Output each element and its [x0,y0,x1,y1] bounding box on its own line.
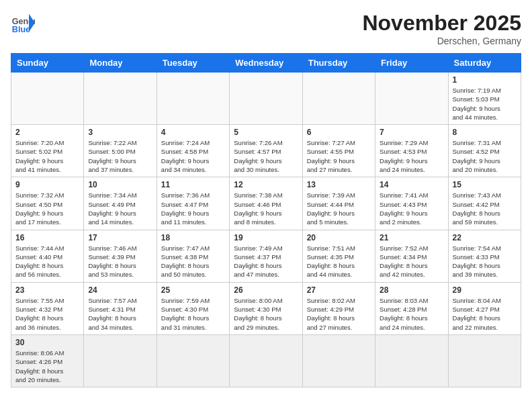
day-info: Sunrise: 7:27 AM Sunset: 4:55 PM Dayligh… [307,138,371,174]
weekday-header: Sunday [11,54,84,73]
day-number: 17 [88,233,152,242]
weekday-header: Saturday [448,54,521,73]
weekday-header: Tuesday [157,54,229,73]
calendar: SundayMondayTuesdayWednesdayThursdayFrid… [11,53,521,387]
day-number: 1 [453,75,517,85]
calendar-row: 16Sunrise: 7:44 AM Sunset: 4:40 PM Dayli… [11,230,521,282]
day-info: Sunrise: 7:34 AM Sunset: 4:49 PM Dayligh… [88,191,152,226]
day-number: 29 [453,285,517,295]
svg-text:Blue: Blue [12,25,30,34]
day-number: 13 [307,180,371,189]
calendar-cell: 27Sunrise: 8:02 AM Sunset: 4:29 PM Dayli… [302,282,375,334]
calendar-cell: 7Sunrise: 7:29 AM Sunset: 4:53 PM Daylig… [375,125,448,177]
calendar-cell [84,73,157,125]
calendar-cell: 18Sunrise: 7:47 AM Sunset: 4:38 PM Dayli… [157,230,229,282]
calendar-cell: 2Sunrise: 7:20 AM Sunset: 5:02 PM Daylig… [11,125,84,177]
day-number: 10 [88,180,152,189]
day-number: 30 [15,338,79,347]
calendar-cell: 9Sunrise: 7:32 AM Sunset: 4:50 PM Daylig… [11,177,84,230]
day-info: Sunrise: 7:59 AM Sunset: 4:30 PM Dayligh… [161,296,225,332]
day-number: 2 [15,128,79,137]
header: General Blue November 2025 Derschen, Ger… [11,11,521,46]
day-info: Sunrise: 7:36 AM Sunset: 4:47 PM Dayligh… [161,191,225,226]
day-info: Sunrise: 8:06 AM Sunset: 4:26 PM Dayligh… [15,349,79,384]
day-info: Sunrise: 7:57 AM Sunset: 4:31 PM Dayligh… [88,296,152,332]
calendar-row: 1Sunrise: 7:19 AM Sunset: 5:03 PM Daylig… [11,73,521,125]
day-info: Sunrise: 7:26 AM Sunset: 4:57 PM Dayligh… [234,138,298,174]
calendar-row: 30Sunrise: 8:06 AM Sunset: 4:26 PM Dayli… [11,334,521,387]
day-info: Sunrise: 7:43 AM Sunset: 4:42 PM Dayligh… [453,191,517,226]
day-info: Sunrise: 8:04 AM Sunset: 4:27 PM Dayligh… [453,296,517,332]
calendar-cell: 17Sunrise: 7:46 AM Sunset: 4:39 PM Dayli… [84,230,157,282]
calendar-cell: 13Sunrise: 7:39 AM Sunset: 4:44 PM Dayli… [302,177,375,230]
day-info: Sunrise: 7:54 AM Sunset: 4:33 PM Dayligh… [453,244,517,279]
day-number: 6 [307,128,371,137]
day-number: 8 [453,128,517,137]
calendar-cell: 12Sunrise: 7:38 AM Sunset: 4:46 PM Dayli… [230,177,302,230]
logo: General Blue [11,11,35,35]
calendar-cell: 30Sunrise: 8:06 AM Sunset: 4:26 PM Dayli… [11,334,84,387]
calendar-row: 9Sunrise: 7:32 AM Sunset: 4:50 PM Daylig… [11,177,521,230]
calendar-cell [375,73,448,125]
calendar-cell: 20Sunrise: 7:51 AM Sunset: 4:35 PM Dayli… [302,230,375,282]
calendar-cell: 16Sunrise: 7:44 AM Sunset: 4:40 PM Dayli… [11,230,84,282]
day-number: 27 [307,285,371,295]
calendar-cell: 26Sunrise: 8:00 AM Sunset: 4:30 PM Dayli… [230,282,302,334]
day-number: 9 [15,180,79,189]
calendar-cell: 24Sunrise: 7:57 AM Sunset: 4:31 PM Dayli… [84,282,157,334]
day-info: Sunrise: 7:29 AM Sunset: 4:53 PM Dayligh… [380,138,443,174]
calendar-cell: 1Sunrise: 7:19 AM Sunset: 5:03 PM Daylig… [448,73,521,125]
day-number: 16 [15,233,79,242]
day-info: Sunrise: 7:22 AM Sunset: 5:00 PM Dayligh… [88,138,152,174]
day-number: 4 [161,128,225,137]
day-info: Sunrise: 7:55 AM Sunset: 4:32 PM Dayligh… [15,296,79,332]
calendar-cell: 28Sunrise: 8:03 AM Sunset: 4:28 PM Dayli… [375,282,448,334]
day-number: 3 [88,128,152,137]
calendar-cell: 25Sunrise: 7:59 AM Sunset: 4:30 PM Dayli… [157,282,229,334]
day-info: Sunrise: 7:31 AM Sunset: 4:52 PM Dayligh… [453,138,517,174]
day-info: Sunrise: 8:02 AM Sunset: 4:29 PM Dayligh… [307,296,371,332]
calendar-cell [157,73,229,125]
calendar-cell: 29Sunrise: 8:04 AM Sunset: 4:27 PM Dayli… [448,282,521,334]
day-info: Sunrise: 7:38 AM Sunset: 4:46 PM Dayligh… [234,191,298,226]
calendar-row: 2Sunrise: 7:20 AM Sunset: 5:02 PM Daylig… [11,125,521,177]
title-area: November 2025 Derschen, Germany [362,11,521,46]
weekday-header: Monday [84,54,157,73]
calendar-cell: 22Sunrise: 7:54 AM Sunset: 4:33 PM Dayli… [448,230,521,282]
day-number: 23 [15,285,79,295]
calendar-header-row: SundayMondayTuesdayWednesdayThursdayFrid… [11,54,521,73]
day-info: Sunrise: 7:52 AM Sunset: 4:34 PM Dayligh… [380,244,443,279]
day-info: Sunrise: 7:44 AM Sunset: 4:40 PM Dayligh… [15,244,79,279]
calendar-cell [375,334,448,387]
logo-icon: General Blue [11,11,35,35]
day-number: 19 [234,233,298,242]
day-number: 14 [380,180,443,189]
day-number: 25 [161,285,225,295]
calendar-cell: 11Sunrise: 7:36 AM Sunset: 4:47 PM Dayli… [157,177,229,230]
day-info: Sunrise: 7:49 AM Sunset: 4:37 PM Dayligh… [234,244,298,279]
calendar-cell [230,73,302,125]
calendar-row: 23Sunrise: 7:55 AM Sunset: 4:32 PM Dayli… [11,282,521,334]
day-info: Sunrise: 7:24 AM Sunset: 4:58 PM Dayligh… [161,138,225,174]
day-info: Sunrise: 7:32 AM Sunset: 4:50 PM Dayligh… [15,191,79,226]
day-number: 26 [234,285,298,295]
calendar-cell: 23Sunrise: 7:55 AM Sunset: 4:32 PM Dayli… [11,282,84,334]
calendar-cell: 15Sunrise: 7:43 AM Sunset: 4:42 PM Dayli… [448,177,521,230]
calendar-cell: 14Sunrise: 7:41 AM Sunset: 4:43 PM Dayli… [375,177,448,230]
day-info: Sunrise: 7:46 AM Sunset: 4:39 PM Dayligh… [88,244,152,279]
calendar-cell: 5Sunrise: 7:26 AM Sunset: 4:57 PM Daylig… [230,125,302,177]
calendar-cell: 6Sunrise: 7:27 AM Sunset: 4:55 PM Daylig… [302,125,375,177]
calendar-cell: 10Sunrise: 7:34 AM Sunset: 4:49 PM Dayli… [84,177,157,230]
weekday-header: Thursday [302,54,375,73]
calendar-cell: 8Sunrise: 7:31 AM Sunset: 4:52 PM Daylig… [448,125,521,177]
day-number: 24 [88,285,152,295]
location: Derschen, Germany [362,36,521,46]
day-number: 11 [161,180,225,189]
day-info: Sunrise: 7:47 AM Sunset: 4:38 PM Dayligh… [161,244,225,279]
day-number: 22 [453,233,517,242]
calendar-cell [302,73,375,125]
day-number: 15 [453,180,517,189]
calendar-cell: 21Sunrise: 7:52 AM Sunset: 4:34 PM Dayli… [375,230,448,282]
day-info: Sunrise: 7:51 AM Sunset: 4:35 PM Dayligh… [307,244,371,279]
calendar-cell [157,334,229,387]
